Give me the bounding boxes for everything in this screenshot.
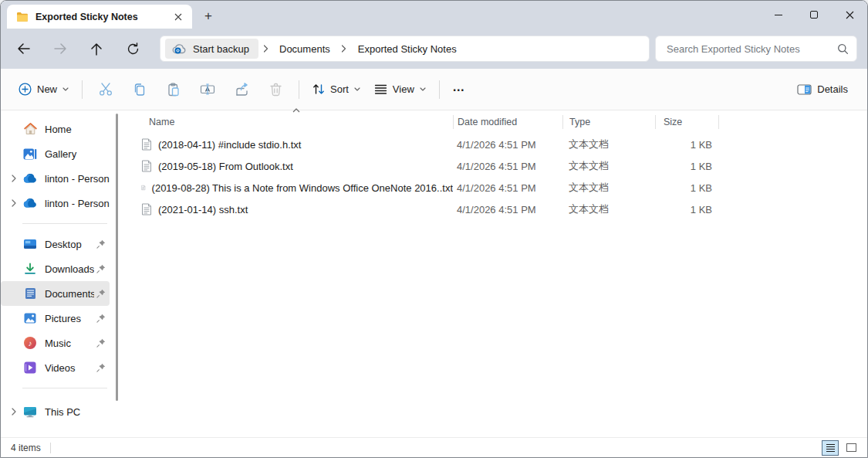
start-backup-label: Start backup [193,43,249,55]
onedrive-sync-icon [172,43,187,54]
share-icon [235,83,249,97]
file-size: 1 KB [655,204,718,215]
toolbar-divider [439,80,440,99]
maximize-icon [810,11,818,19]
home-icon [22,123,38,135]
expand-chevron-icon[interactable] [7,408,21,416]
tab-exported-sticky-notes[interactable]: Exported Sticky Notes [7,5,192,29]
sort-ascending-icon [292,108,300,113]
tab-close-icon[interactable] [171,9,186,25]
expand-chevron-icon[interactable] [7,199,21,207]
file-row[interactable]: (2018-04-11) #include stdio.h.txt 4/1/20… [124,134,867,155]
file-size: 1 KB [655,182,718,194]
sidebar-item-home[interactable]: Home [1,117,110,141]
command-toolbar: New Sort [1,69,867,110]
file-row[interactable]: (2019-05-18) From Outlook.txt 4/1/2026 4… [124,155,867,177]
view-button[interactable]: View [367,76,433,103]
cut-button[interactable] [89,76,123,103]
sidebar-item-documents[interactable]: Documents [1,281,110,306]
text-file-icon [141,138,152,151]
onedrive-cloud-icon [22,198,38,208]
column-divider [718,115,719,129]
search-box[interactable] [655,36,857,62]
sidebar-item-this-pc[interactable]: This PC [1,399,110,424]
pin-icon [94,264,108,273]
breadcrumb-documents[interactable]: Documents [272,40,337,58]
pin-icon [94,363,108,372]
documents-icon [22,287,38,300]
large-icons-view-icon [846,443,856,452]
file-date-modified: 4/1/2026 4:51 PM [453,182,562,194]
breadcrumb-chevron-icon[interactable] [258,45,272,53]
minimize-button[interactable] [761,1,796,29]
downloads-icon [22,263,38,275]
new-button[interactable]: New [12,76,76,103]
refresh-button[interactable] [120,36,145,61]
text-file-icon [141,160,152,172]
expand-chevron-icon[interactable] [7,175,21,182]
pin-icon [94,338,108,348]
file-type: 文本文档 [562,202,655,216]
address-bar[interactable]: Start backup Documents Exported Sticky N… [160,36,650,62]
start-backup-button[interactable]: Start backup [165,39,258,59]
cut-icon [99,83,113,96]
refresh-icon [127,42,140,56]
sidebar-item-pictures[interactable]: Pictures [1,306,110,331]
large-icons-view-toggle[interactable] [843,440,860,456]
column-header-date-modified[interactable]: Date modified [453,115,562,129]
sort-label: Sort [330,83,349,95]
more-options-button[interactable]: … [446,76,472,103]
sort-button[interactable]: Sort [306,76,367,103]
search-input[interactable] [667,43,837,55]
close-button[interactable] [832,1,867,29]
onedrive-cloud-icon [22,174,38,183]
sidebar-item-music[interactable]: ♪ Music [1,331,110,355]
search-icon [837,43,849,55]
maximize-button[interactable] [796,1,832,29]
toolbar-divider [299,80,299,99]
column-header-type[interactable]: Type [562,115,655,129]
share-button[interactable] [225,76,258,103]
up-button[interactable] [84,36,109,61]
text-file-icon [141,182,146,194]
delete-button[interactable] [258,76,292,103]
column-header-name[interactable]: Name [124,115,453,129]
sidebar-item-onedrive-personal-2[interactable]: linton - Persona [1,191,110,215]
gallery-icon [22,148,38,160]
details-view-toggle[interactable] [822,440,839,456]
music-icon: ♪ [22,337,38,349]
sidebar-item-onedrive-personal-1[interactable]: linton - Persona [1,166,110,191]
status-bar: 4 items [1,437,867,457]
breadcrumb-current-folder[interactable]: Exported Sticky Notes [351,40,464,58]
file-name: (2021-01-14) ssh.txt [158,204,248,215]
details-pane-button[interactable]: Details [790,76,855,103]
pin-icon [94,314,108,323]
sidebar-item-videos[interactable]: Videos [1,355,110,380]
main-content: Home Gallery linton - Persona [1,110,867,439]
details-pane-icon [797,84,812,95]
file-date-modified: 4/1/2026 4:51 PM [453,161,562,172]
rename-button[interactable] [191,76,225,103]
back-arrow-icon [17,42,31,55]
breadcrumb-chevron-icon[interactable] [337,45,351,53]
paste-button[interactable] [157,76,191,103]
column-header-row: Name Date modified Type Size [124,110,867,134]
sidebar-scrollbar[interactable] [116,114,118,401]
column-header-size[interactable]: Size [655,115,718,129]
forward-button[interactable] [48,36,73,61]
file-name: (2019-05-18) From Outlook.txt [158,161,293,172]
file-row[interactable]: (2019-08-28) This is a Note from Windows… [124,177,867,198]
file-row[interactable]: (2021-01-14) ssh.txt 4/1/2026 4:51 PM 文本… [124,198,867,220]
sidebar-divider [22,388,107,388]
this-pc-icon [22,406,38,418]
sidebar-item-downloads[interactable]: Downloads [1,256,110,281]
back-button[interactable] [12,36,36,61]
sidebar-item-gallery[interactable]: Gallery [1,141,110,166]
copy-button[interactable] [123,76,157,103]
ellipsis-icon: … [452,80,465,94]
details-view-icon [826,444,835,452]
new-tab-button[interactable]: + [198,7,218,25]
view-icon [374,84,387,95]
pin-icon [94,289,108,298]
sidebar-item-desktop[interactable]: Desktop [1,232,110,256]
